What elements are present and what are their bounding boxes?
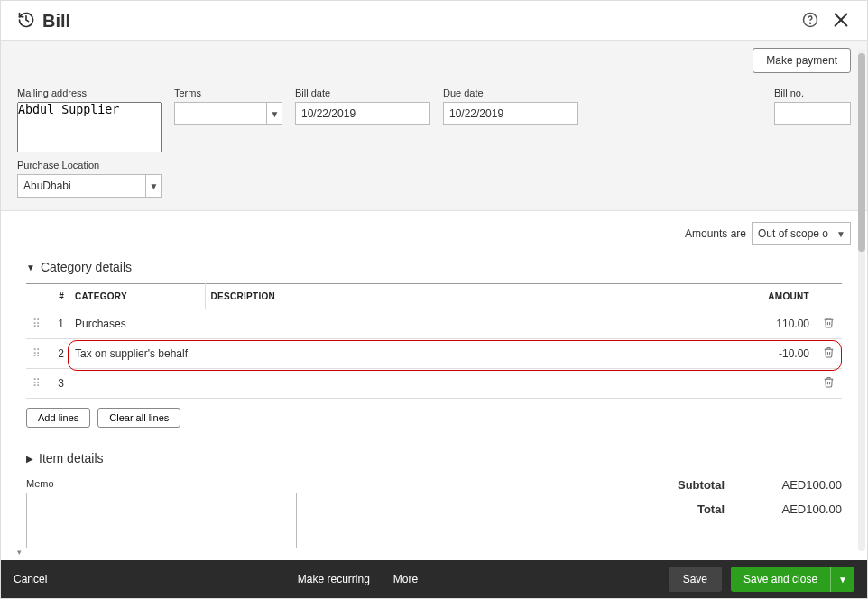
col-num: # (46, 284, 69, 309)
bill-no-input[interactable] (774, 102, 851, 125)
details-pane: Amounts are ▼ ▼ Category details # CATE (1, 211, 867, 560)
modal-footer: Cancel Make recurring More Save Save and… (1, 560, 867, 598)
trash-icon[interactable] (823, 348, 835, 361)
category-details-toggle[interactable]: ▼ Category details (26, 260, 842, 274)
mailing-address-label: Mailing address (17, 88, 162, 98)
totals: Subtotal AED100.00 Total AED100.00 (315, 478, 842, 551)
category-table-wrap: # CATEGORY DESCRIPTION AMOUNT ⠿ 1 Purcha… (17, 283, 851, 399)
amounts-label: Amounts are (685, 227, 746, 240)
row-description[interactable] (205, 339, 743, 369)
col-category: CATEGORY (69, 284, 205, 309)
history-icon[interactable] (17, 11, 35, 32)
total-label: Total (607, 502, 725, 516)
bill-modal: Bill Make payment Mailing address Terms (0, 0, 868, 599)
memo-field: Memo (26, 478, 297, 551)
save-dropdown-caret[interactable]: ▼ (830, 567, 854, 592)
memo-totals-row: Memo Subtotal AED100.00 Total AED100.00 (26, 478, 842, 551)
due-date-field: Due date (443, 88, 578, 125)
bill-no-label: Bill no. (774, 88, 851, 98)
modal-header: Bill (1, 1, 867, 41)
terms-field: Terms ▼ (174, 88, 282, 125)
subtotal-value: AED100.00 (752, 478, 842, 492)
mailing-address-input[interactable] (17, 102, 162, 152)
cancel-button[interactable]: Cancel (14, 573, 47, 585)
drag-handle-icon[interactable]: ⠿ (32, 377, 40, 390)
table-row[interactable]: ⠿ 1 Purchases 110.00 (26, 309, 842, 339)
bill-date-label: Bill date (295, 88, 430, 98)
drag-handle-icon[interactable]: ⠿ (32, 347, 40, 360)
line-actions: Add lines Clear all lines (26, 408, 842, 428)
mailing-address-field: Mailing address (17, 88, 162, 152)
total-value: AED100.00 (752, 502, 842, 516)
table-header-row: # CATEGORY DESCRIPTION AMOUNT (26, 284, 842, 309)
row-category[interactable]: Purchases (69, 309, 205, 339)
triangle-right-icon: ▶ (26, 454, 33, 464)
amounts-select[interactable] (752, 222, 851, 245)
row-num: 1 (46, 309, 69, 339)
scrollbar[interactable] (858, 50, 865, 551)
bill-date-field: Bill date (295, 88, 430, 125)
terms-select[interactable] (174, 102, 282, 125)
row-description[interactable] (205, 369, 743, 399)
item-details-title: Item details (39, 451, 104, 465)
scroll-area[interactable]: Make payment Mailing address Terms ▼ Bil… (1, 41, 867, 560)
row-category[interactable] (69, 369, 205, 399)
make-payment-button[interactable]: Make payment (753, 48, 851, 73)
scrollbar-thumb[interactable] (858, 53, 865, 252)
memo-input[interactable] (26, 493, 297, 548)
item-details-toggle[interactable]: ▶ Item details (26, 451, 842, 465)
make-recurring-button[interactable]: Make recurring (298, 573, 370, 585)
location-label: Purchase Location (17, 160, 162, 170)
clear-all-lines-button[interactable]: Clear all lines (97, 408, 180, 428)
memo-label: Memo (26, 478, 297, 489)
trash-icon[interactable] (823, 318, 835, 331)
row-description[interactable] (205, 309, 743, 339)
col-description: DESCRIPTION (205, 284, 743, 309)
table-row[interactable]: ⠿ 2 Tax on supplier's behalf -10.00 (26, 339, 842, 369)
location-field: Purchase Location ▼ (17, 160, 162, 198)
save-button[interactable]: Save (669, 567, 722, 592)
row-amount[interactable]: 110.00 (743, 309, 815, 339)
close-icon[interactable] (831, 10, 851, 32)
col-amount: AMOUNT (743, 284, 815, 309)
row-amount[interactable] (743, 369, 815, 399)
page-title: Bill (42, 11, 802, 32)
terms-label: Terms (174, 88, 282, 98)
category-details-title: Category details (41, 260, 132, 274)
bill-date-input[interactable] (295, 102, 430, 125)
location-select[interactable] (17, 174, 162, 198)
triangle-down-icon: ▼ (26, 263, 35, 272)
svg-point-1 (810, 23, 811, 23)
form-header-pane: Make payment Mailing address Terms ▼ Bil… (1, 41, 867, 211)
amounts-bar: Amounts are ▼ (17, 222, 851, 245)
add-lines-button[interactable]: Add lines (26, 408, 90, 428)
row-num: 2 (46, 339, 69, 369)
row-category[interactable]: Tax on supplier's behalf (69, 339, 205, 369)
subtotal-label: Subtotal (607, 478, 725, 492)
bill-no-field: Bill no. (774, 88, 851, 125)
help-icon[interactable] (802, 12, 818, 31)
category-table: # CATEGORY DESCRIPTION AMOUNT ⠿ 1 Purcha… (26, 283, 842, 399)
trash-icon[interactable] (823, 378, 835, 391)
table-row[interactable]: ⠿ 3 (26, 369, 842, 399)
due-date-label: Due date (443, 88, 578, 98)
row-num: 3 (46, 369, 69, 399)
drag-handle-icon[interactable]: ⠿ (32, 318, 40, 330)
chevron-down-icon: ▾ (17, 548, 22, 557)
save-and-close-button[interactable]: Save and close (731, 567, 830, 592)
more-button[interactable]: More (393, 573, 418, 585)
due-date-input[interactable] (443, 102, 578, 125)
row-amount[interactable]: -10.00 (743, 339, 815, 369)
